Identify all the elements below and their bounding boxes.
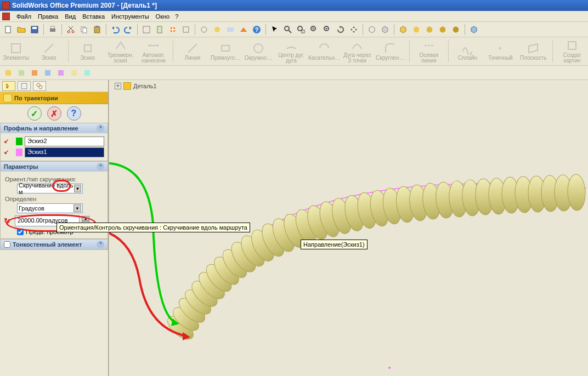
dropdown-arrow-icon[interactable]: ▼ <box>74 204 81 212</box>
svg-rect-30 <box>222 45 229 51</box>
ft-btn-5[interactable] <box>55 67 67 79</box>
ft-btn-3[interactable] <box>29 67 41 79</box>
open-button[interactable] <box>15 24 27 36</box>
property-tab[interactable] <box>18 81 31 91</box>
tb-btn-e[interactable] <box>211 24 223 36</box>
shaded-with-edges-button[interactable] <box>397 24 409 36</box>
ribbon-rect[interactable]: Прямоуго… <box>212 42 239 61</box>
menu-insert[interactable]: Вставка <box>79 12 108 21</box>
wireframe-button[interactable] <box>366 24 378 36</box>
config-tab[interactable] <box>33 81 46 91</box>
cut-button[interactable] <box>65 24 77 36</box>
menu-window[interactable]: Окно <box>152 12 173 21</box>
rotate-view-button[interactable] <box>335 24 347 36</box>
shaded-button[interactable] <box>410 24 422 36</box>
tb-btn-c[interactable] <box>180 24 192 36</box>
menu-edit[interactable]: Правка <box>35 12 61 21</box>
thin-feature-header[interactable]: Тонкостенный элемент ˅ <box>1 240 108 249</box>
help-icon[interactable]: ? <box>251 24 263 36</box>
section-view-button[interactable] <box>468 24 480 36</box>
feature-tree-tab[interactable] <box>2 81 15 91</box>
copy-button[interactable] <box>78 24 90 36</box>
path-field[interactable]: Эскиз1 <box>25 147 104 157</box>
tb-btn-b[interactable] <box>154 24 166 36</box>
ft-btn-6[interactable] <box>68 67 80 79</box>
document-name: Деталь1 <box>133 83 157 89</box>
ok-button[interactable]: ✓ <box>27 106 42 121</box>
zoom-selection-button[interactable] <box>321 24 333 36</box>
profile-field[interactable]: Эскиз2 <box>25 136 104 146</box>
ribbon-3pt-arc[interactable]: Дуга через 3 точки <box>343 39 371 64</box>
menu-help[interactable]: ? <box>173 12 180 21</box>
tb-btn-d[interactable] <box>198 24 210 36</box>
profile-selection-row: ↙ Эскиз2 <box>4 136 104 146</box>
new-button[interactable] <box>2 24 14 36</box>
ribbon-line[interactable]: Линия <box>179 42 206 61</box>
ft-btn-1[interactable] <box>2 67 14 79</box>
ft-btn-2[interactable] <box>15 67 27 79</box>
ribbon-circle[interactable]: Окружно… <box>245 42 272 61</box>
menu-file[interactable]: Файл <box>13 12 35 21</box>
expand-icon[interactable]: + <box>115 83 121 89</box>
parameters-header[interactable]: Параметры ˄ <box>1 162 108 172</box>
undo-button[interactable] <box>109 24 121 36</box>
standard-toolbar: ? <box>0 22 588 37</box>
help-button[interactable]: ? <box>67 106 81 121</box>
shaded-d-button[interactable] <box>450 24 462 36</box>
ribbon-point[interactable]: Точечный <box>487 42 514 61</box>
graphics-viewport[interactable]: + Деталь1 <box>109 80 588 376</box>
ribbon-center-arc[interactable]: Центр дуг. дуга <box>278 39 305 64</box>
zoom-in-out-button[interactable] <box>308 24 320 36</box>
collapse-icon[interactable]: ˅ <box>97 241 104 248</box>
viewport-content[interactable] <box>109 92 588 376</box>
svg-rect-11 <box>143 26 150 33</box>
ribbon-create[interactable]: Создат картин <box>558 39 586 64</box>
rebuild-button[interactable] <box>167 24 179 36</box>
pan-button[interactable] <box>348 24 360 36</box>
svg-rect-3 <box>50 29 55 32</box>
panel-tabs <box>0 80 108 92</box>
cancel-button[interactable]: ✗ <box>47 106 61 121</box>
ribbon-tangent-arc[interactable]: Касательн… <box>310 42 338 61</box>
separator <box>394 24 394 35</box>
ribbon-sketch2[interactable]: Эскиз <box>74 42 101 61</box>
collapse-icon[interactable]: ˄ <box>97 124 104 132</box>
save-button[interactable] <box>29 24 41 36</box>
zoom-area-button[interactable] <box>295 24 307 36</box>
ft-btn-7[interactable] <box>81 67 93 79</box>
ft-btn-4[interactable] <box>42 67 54 79</box>
ribbon-fillet[interactable]: Скруглен… <box>376 42 404 61</box>
dropdown-arrow-icon[interactable]: ▼ <box>74 185 81 192</box>
ribbon-plane[interactable]: Плоскость <box>519 42 547 61</box>
ribbon-centerline[interactable]: Осевая линия <box>415 39 443 64</box>
thin-feature-checkbox[interactable] <box>4 241 10 248</box>
menu-tools[interactable]: Инструменты <box>108 12 152 21</box>
ribbon-elements[interactable]: Элементы <box>2 42 30 61</box>
shaded-b-button[interactable] <box>423 24 436 36</box>
hidden-lines-removed-button[interactable] <box>379 24 391 36</box>
ribbon-3d-sketch[interactable]: Трехмерн. эскиз <box>107 39 134 64</box>
tb-btn-a[interactable] <box>140 24 152 36</box>
svg-rect-34 <box>5 70 11 76</box>
command-manager: Элементы Эскиз Эскиз Трехмерн. эскиз Авт… <box>0 37 588 66</box>
print-button[interactable] <box>47 24 59 36</box>
preview-checkbox[interactable] <box>17 229 24 235</box>
paste-button[interactable] <box>91 24 103 36</box>
zoom-fit-button[interactable] <box>282 24 294 36</box>
svg-rect-24 <box>302 30 304 33</box>
redo-button[interactable] <box>122 24 134 36</box>
menu-view[interactable]: Вид <box>61 12 79 21</box>
ribbon-sketch[interactable]: Эскиз <box>35 42 63 61</box>
ribbon-spline[interactable]: Сплайн <box>454 42 481 61</box>
shaded-c-button[interactable] <box>437 24 449 36</box>
define-dropdown[interactable]: Градусов ▼ <box>17 203 83 213</box>
profile-direction-header[interactable]: Профиль и направление ˄ <box>1 123 108 133</box>
select-button[interactable] <box>269 24 281 36</box>
tb-btn-f[interactable] <box>224 24 236 36</box>
separator <box>363 24 363 35</box>
tb-btn-g[interactable] <box>238 24 250 36</box>
orientation-dropdown[interactable]: Скручивание вдоль м ▼ <box>17 184 83 193</box>
collapse-icon[interactable]: ˄ <box>97 163 104 170</box>
thin-feature-group: Тонкостенный элемент ˅ <box>0 239 108 250</box>
ribbon-auto-dim[interactable]: Автомат. нанесени <box>140 39 168 64</box>
